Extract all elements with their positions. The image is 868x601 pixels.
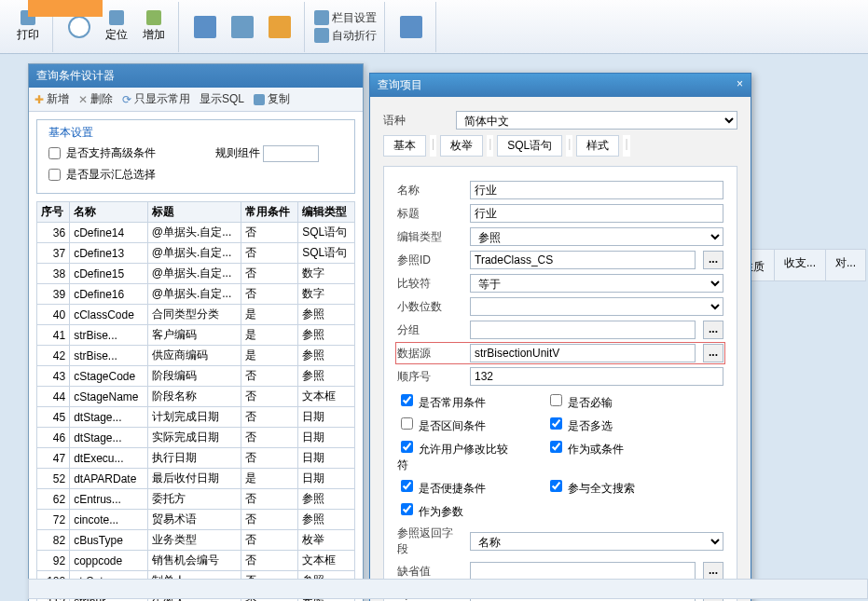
datasource-browse[interactable]: ... [703,344,723,362]
query-designer-panel: 查询条件设计器 ✚新增 ✕删除 ⟳只显示常用 显示SQL 复制 基本设置 是否支… [28,63,364,601]
name-field[interactable] [470,181,723,199]
conditions-grid: 序号名称标题常用条件编辑类型 36cDefine14@单据头.自定...否SQL… [36,201,355,601]
return-field-select[interactable]: 名称 [470,532,723,551]
fieldset-legend: 基本设置 [45,125,97,141]
group-browse[interactable]: ... [703,321,723,339]
table-row[interactable]: 42strBise...供应商编码是参照 [37,346,355,366]
chk-fulltext[interactable] [550,480,562,492]
table-row[interactable]: 39cDefine16@单据头.自定...否数字 [37,284,355,305]
table-row[interactable]: 92coppcode销售机会编号否文本框 [37,551,355,571]
tab-enum[interactable]: 枚举 [440,135,483,157]
chk-range[interactable] [401,417,413,430]
table-row[interactable]: 41strBise...客户编码是参照 [37,325,355,346]
grid-header[interactable]: 序号 [37,202,70,223]
bottom-bar [28,579,868,599]
table-row[interactable]: 44cStageName阶段名称否文本框 [37,387,355,407]
table-row[interactable]: 38cDefine15@单据头.自定...否数字 [37,264,355,284]
edit-type-select[interactable]: 参照 [470,227,723,246]
designer-toolbar: ✚新增 ✕删除 ⟳只显示常用 显示SQL 复制 [29,88,363,112]
query-item-dialog: 查询项目 × 语种 简体中文 基本| 枚举| SQL语句| 样式| 名称 标题 … [369,73,751,601]
decimal-select[interactable] [470,297,723,316]
grid-header[interactable]: 编辑类型 [298,202,355,223]
tb-showsql[interactable]: 显示SQL [200,91,244,107]
designer-title: 查询条件设计器 [29,64,363,88]
table-row[interactable]: 47dtExecu...执行日期否日期 [37,448,355,469]
refresh-icon[interactable] [188,12,222,42]
datasource-field[interactable] [470,344,696,362]
tb-common[interactable]: ⟳只显示常用 [122,91,190,107]
chk-summary[interactable] [48,169,61,181]
close-icon[interactable]: × [737,77,743,93]
grid-header[interactable]: 常用条件 [241,202,298,223]
chk-allowcmp[interactable] [401,441,413,453]
ribbon: 打印 定位 增加 栏目设置 自动折行 [0,0,868,54]
cond-format-icon[interactable] [394,12,428,42]
table-row[interactable]: 52dtAPARDate最后收付日期是日期 [37,469,355,489]
table-row[interactable]: 46dtStage...实际完成日期否日期 [37,428,355,448]
group-field[interactable] [470,321,696,339]
dialog-title: 查询项目 [378,77,422,93]
tb-del[interactable]: ✕删除 [78,91,113,107]
table-row[interactable]: 36cDefine14@单据头.自定...否SQL语句 [37,223,355,243]
refid-field[interactable] [470,251,696,269]
grid-header[interactable]: 名称 [70,202,148,223]
refid-browse[interactable]: ... [703,251,723,269]
add-button[interactable]: 增加 [137,7,171,47]
default-field[interactable] [470,562,696,581]
grid-header[interactable]: 标题 [147,202,241,223]
chk-asparam[interactable] [401,503,413,515]
default-browse[interactable]: ... [703,562,723,581]
chk-multi[interactable] [550,417,562,430]
language-select[interactable]: 简体中文 [456,111,737,130]
chk-quick[interactable] [401,480,413,492]
right-tab[interactable]: 收支... [774,249,826,281]
tb-add[interactable]: ✚新增 [34,91,69,107]
order-field[interactable] [470,367,723,386]
table-row[interactable]: 72cincote...贸易术语否参照 [37,510,355,530]
chk-advanced[interactable] [48,147,61,159]
link-icon[interactable] [226,12,259,42]
tab-sql[interactable]: SQL语句 [497,135,562,157]
right-tab[interactable]: 对... [825,249,866,281]
chk-required[interactable] [550,394,562,406]
table-row[interactable]: 43cStageCode阶段编码否参照 [37,366,355,387]
locate-button[interactable]: 定位 [100,7,133,47]
doc-icon[interactable] [263,12,296,42]
tb-copy[interactable]: 复制 [254,91,290,107]
table-row[interactable]: 62cEntrus...委托方否参照 [37,489,355,510]
compare-select[interactable]: 等于 [470,274,723,293]
rule-component-field[interactable] [263,145,319,162]
chk-common[interactable] [401,394,413,406]
table-row[interactable]: 37cDefine13@单据头.自定...否SQL语句 [37,243,355,264]
table-row[interactable]: 45dtStage...计划完成日期否日期 [37,407,355,428]
tab-style[interactable]: 样式 [576,135,619,157]
tab-basic[interactable]: 基本 [383,135,426,157]
title-field[interactable] [470,204,723,223]
table-row[interactable]: 82cBusType业务类型否枚举 [37,530,355,551]
chk-orcond[interactable] [550,441,562,453]
table-row[interactable]: 40cClassCode合同类型分类是参照 [37,305,355,325]
column-settings-button[interactable]: 栏目设置 [314,10,377,26]
autowrap-button[interactable]: 自动折行 [314,28,377,44]
